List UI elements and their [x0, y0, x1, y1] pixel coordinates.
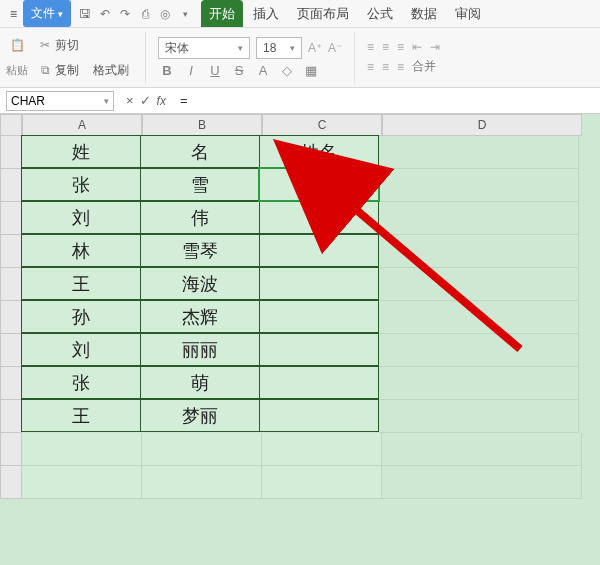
cell[interactable]	[379, 202, 579, 235]
cell[interactable]	[379, 301, 579, 334]
cell[interactable]: 孙	[21, 300, 141, 333]
cell[interactable]: 名	[140, 135, 260, 168]
print-icon[interactable]: ⎙	[137, 6, 153, 22]
select-all-corner[interactable]	[0, 114, 22, 136]
align-center-icon[interactable]: ≡	[382, 60, 389, 74]
paste-button[interactable]: 📋	[6, 36, 28, 54]
format-painter-button[interactable]: 格式刷	[89, 60, 133, 81]
cell[interactable]: 杰辉	[140, 300, 260, 333]
col-header-d[interactable]: D	[382, 114, 582, 136]
preview-icon[interactable]: ◎	[157, 6, 173, 22]
cell[interactable]	[379, 268, 579, 301]
underline-button[interactable]: U	[206, 63, 224, 78]
hamburger-button[interactable]: ≡	[4, 0, 23, 27]
italic-button[interactable]: I	[182, 63, 200, 78]
tab-review[interactable]: 审阅	[447, 0, 489, 27]
fill-color-button[interactable]: ◇	[278, 63, 296, 78]
indent-decrease-icon[interactable]: ⇤	[412, 40, 422, 54]
formula-input[interactable]	[172, 88, 600, 113]
cell[interactable]	[259, 333, 379, 366]
cell[interactable]	[22, 466, 142, 499]
cell[interactable]: 刘	[21, 201, 141, 234]
cell[interactable]	[379, 367, 579, 400]
increase-font-icon[interactable]: A⁺	[308, 41, 322, 55]
qat-more-icon[interactable]: ▾	[177, 6, 193, 22]
merge-button[interactable]: 合并	[412, 58, 436, 75]
cancel-formula-button[interactable]: ×	[126, 93, 134, 108]
cell[interactable]	[262, 433, 382, 466]
align-top-icon[interactable]: ≡	[367, 40, 374, 54]
cell[interactable]	[259, 366, 379, 399]
cell[interactable]	[259, 300, 379, 333]
cell[interactable]	[382, 466, 582, 499]
tab-data[interactable]: 数据	[403, 0, 445, 27]
copy-button[interactable]: ⧉ 复制	[34, 60, 83, 81]
cell[interactable]: 丽丽	[140, 333, 260, 366]
cell[interactable]	[379, 235, 579, 268]
font-name-select[interactable]: 宋体 ▾	[158, 37, 250, 59]
col-header-c[interactable]: C	[262, 114, 382, 136]
tab-formulas[interactable]: 公式	[359, 0, 401, 27]
align-right-icon[interactable]: ≡	[397, 60, 404, 74]
insert-function-button[interactable]: fx	[157, 94, 166, 108]
cell[interactable]	[379, 334, 579, 367]
cell[interactable]: 伟	[140, 201, 260, 234]
cell[interactable]: 梦丽	[140, 399, 260, 432]
tab-home[interactable]: 开始	[201, 0, 243, 27]
cell[interactable]	[382, 433, 582, 466]
bold-button[interactable]: B	[158, 63, 176, 78]
cell[interactable]: =	[259, 168, 379, 201]
cell[interactable]	[259, 267, 379, 300]
font-color-button[interactable]: A	[254, 63, 272, 78]
row-header[interactable]	[0, 367, 22, 400]
row-header[interactable]	[0, 202, 22, 235]
border-button[interactable]: ▦	[302, 63, 320, 78]
redo-icon[interactable]: ↷	[117, 6, 133, 22]
row-header[interactable]	[0, 169, 22, 202]
cell[interactable]: 刘	[21, 333, 141, 366]
row-header[interactable]	[0, 400, 22, 433]
align-bottom-icon[interactable]: ≡	[397, 40, 404, 54]
file-menu-button[interactable]: 文件 ▾	[23, 0, 71, 27]
cut-button[interactable]: ✂ 剪切	[34, 35, 83, 56]
undo-icon[interactable]: ↶	[97, 6, 113, 22]
col-header-b[interactable]: B	[142, 114, 262, 136]
cell[interactable]: 张	[21, 366, 141, 399]
row-header[interactable]	[0, 136, 22, 169]
save-icon[interactable]: 🖫	[77, 6, 93, 22]
cell[interactable]	[379, 136, 579, 169]
strike-button[interactable]: S	[230, 63, 248, 78]
cell[interactable]: 雪	[140, 168, 260, 201]
cell[interactable]	[379, 400, 579, 433]
cell[interactable]	[142, 433, 262, 466]
cell[interactable]	[22, 433, 142, 466]
cell[interactable]	[262, 466, 382, 499]
name-box[interactable]: CHAR ▾	[6, 91, 114, 111]
col-header-a[interactable]: A	[22, 114, 142, 136]
cell[interactable]	[379, 169, 579, 202]
row-header[interactable]	[0, 466, 22, 499]
cell[interactable]: 张	[21, 168, 141, 201]
tab-page-layout[interactable]: 页面布局	[289, 0, 357, 27]
cell[interactable]	[259, 234, 379, 267]
cell[interactable]: 王	[21, 267, 141, 300]
align-left-icon[interactable]: ≡	[367, 60, 374, 74]
cell[interactable]: 王	[21, 399, 141, 432]
cell[interactable]	[142, 466, 262, 499]
row-header[interactable]	[0, 268, 22, 301]
cell[interactable]: 姓	[21, 135, 141, 168]
indent-increase-icon[interactable]: ⇥	[430, 40, 440, 54]
cell[interactable]: 雪琴	[140, 234, 260, 267]
font-size-select[interactable]: 18 ▾	[256, 37, 302, 59]
row-header[interactable]	[0, 235, 22, 268]
cell[interactable]	[259, 399, 379, 432]
row-header[interactable]	[0, 433, 22, 466]
row-header[interactable]	[0, 334, 22, 367]
tab-insert[interactable]: 插入	[245, 0, 287, 27]
align-middle-icon[interactable]: ≡	[382, 40, 389, 54]
enter-formula-button[interactable]: ✓	[140, 93, 151, 108]
cell[interactable]: 姓名	[259, 135, 379, 168]
cell[interactable]	[259, 201, 379, 234]
row-header[interactable]	[0, 301, 22, 334]
cell[interactable]: 萌	[140, 366, 260, 399]
